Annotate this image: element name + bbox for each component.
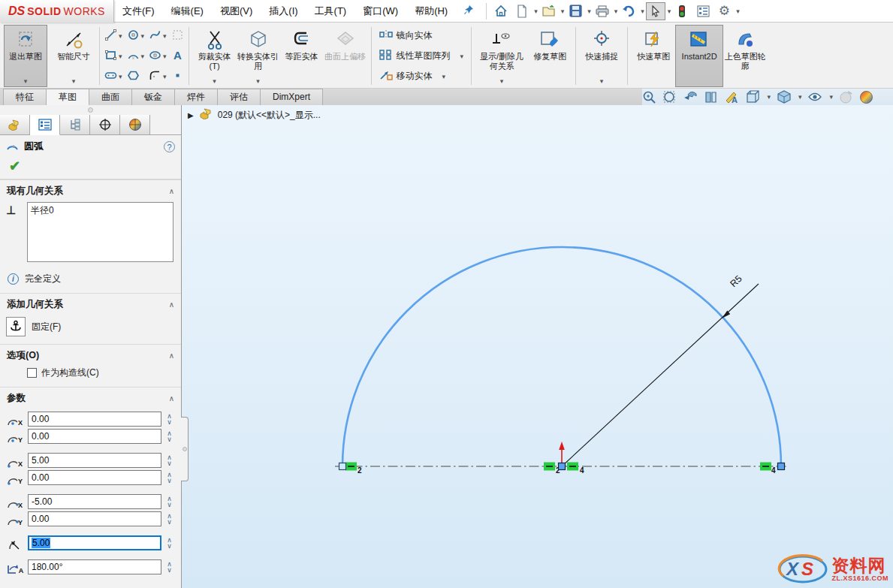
menu-file[interactable]: 文件(F) xyxy=(114,0,163,22)
quick-snaps-caret[interactable]: ▾ xyxy=(600,77,604,86)
arc-right-endpoint-handle[interactable] xyxy=(778,463,785,470)
smart-dimension-button[interactable]: 智能尺寸 ▾ xyxy=(52,25,95,87)
spline-tool-icon[interactable] xyxy=(149,29,161,44)
end-x-spinner[interactable]: ∧∨ xyxy=(164,496,175,508)
fix-relation-button[interactable] xyxy=(6,317,26,336)
view-orientation-icon[interactable] xyxy=(745,90,760,104)
radius-spinner[interactable]: ∧∨ xyxy=(164,537,175,549)
rectangle-tool-caret[interactable]: ▾ xyxy=(119,53,122,60)
slot-tool-caret[interactable]: ▾ xyxy=(119,73,122,80)
save-caret[interactable]: ▾ xyxy=(587,8,591,15)
sketch-arc[interactable] xyxy=(342,247,781,466)
start-y-spinner[interactable]: ∧∨ xyxy=(164,472,175,484)
arc-tool-icon[interactable] xyxy=(127,50,140,62)
arc-center-point-handle[interactable] xyxy=(559,463,566,470)
panel-splitter-handle[interactable] xyxy=(181,417,189,481)
flyout-feature-tree[interactable]: ▶ 029 (默认<<默认>_显示... xyxy=(188,108,321,122)
radius-input[interactable]: 5.00 xyxy=(28,535,161,550)
center-y-input[interactable] xyxy=(28,429,161,444)
start-y-input[interactable] xyxy=(28,470,161,485)
print-caret[interactable]: ▾ xyxy=(614,8,618,15)
line-tool-icon[interactable] xyxy=(104,29,117,44)
add-relations-header[interactable]: 添加几何关系 ∧ xyxy=(0,293,181,314)
tab-weldments[interactable]: 焊件 xyxy=(174,89,218,105)
menu-view[interactable]: 视图(V) xyxy=(212,0,261,22)
options-caret[interactable]: ▾ xyxy=(736,8,740,15)
convert-entities-button[interactable]: 转换实体引用 ▾ xyxy=(237,25,280,87)
offset-entities-button[interactable]: 等距实体 xyxy=(280,25,324,87)
center-x-spinner[interactable]: ∧∨ xyxy=(164,413,175,425)
tab-sketch[interactable]: 草图 xyxy=(46,89,89,105)
existing-relations-header[interactable]: 现有几何关系 ∧ xyxy=(0,179,181,201)
move-entities-caret[interactable]: ▾ xyxy=(442,73,446,80)
apply-scene-icon[interactable] xyxy=(859,90,873,104)
select-caret[interactable]: ▾ xyxy=(668,8,671,15)
parameters-header[interactable]: 参数 ∧ xyxy=(0,387,181,408)
undo-icon[interactable] xyxy=(619,2,638,20)
fillet-tool-icon[interactable] xyxy=(149,69,161,84)
radius-dimension[interactable]: R5 xyxy=(562,273,759,466)
tab-dimxpert[interactable]: DimXpert xyxy=(260,89,323,105)
tab-surfaces[interactable]: 曲面 xyxy=(89,89,132,105)
new-document-caret[interactable]: ▾ xyxy=(534,8,538,15)
rectangle-tool-icon[interactable] xyxy=(104,49,117,64)
appearances-tab[interactable] xyxy=(120,115,150,134)
fillet-tool-caret[interactable]: ▾ xyxy=(163,73,167,80)
options-gear-icon[interactable]: ⚙ xyxy=(714,2,734,20)
spline-tool-caret[interactable]: ▾ xyxy=(163,32,167,40)
end-y-spinner[interactable]: ∧∨ xyxy=(164,513,175,525)
rebuild-icon[interactable] xyxy=(672,2,692,20)
start-x-spinner[interactable]: ∧∨ xyxy=(164,454,175,466)
arc-tool-caret[interactable]: ▾ xyxy=(141,53,145,60)
dimxpert-manager-tab[interactable] xyxy=(90,115,120,134)
home-icon[interactable] xyxy=(491,2,511,20)
ok-button[interactable]: ✔ xyxy=(9,158,20,173)
save-icon[interactable] xyxy=(566,2,585,20)
display-relations-caret[interactable]: ▾ xyxy=(500,77,504,86)
new-document-icon[interactable] xyxy=(512,2,532,20)
end-x-input[interactable] xyxy=(28,494,161,509)
file-properties-icon[interactable] xyxy=(693,2,713,20)
undo-caret[interactable]: ▾ xyxy=(641,8,644,15)
display-style-icon[interactable] xyxy=(777,90,792,104)
tab-sheet-metal[interactable]: 钣金 xyxy=(131,89,175,105)
center-x-input[interactable] xyxy=(28,412,161,427)
angle-spinner[interactable]: ∧∨ xyxy=(164,561,175,573)
construction-checkbox[interactable] xyxy=(27,368,37,378)
menu-help[interactable]: 帮助(H) xyxy=(406,0,456,22)
smart-dimension-caret[interactable]: ▾ xyxy=(72,77,76,86)
tab-evaluate[interactable]: 评估 xyxy=(217,89,261,105)
convert-caret[interactable]: ▾ xyxy=(256,77,260,86)
select-cursor-icon[interactable] xyxy=(646,2,665,20)
hide-show-caret[interactable]: ▾ xyxy=(829,93,833,101)
center-y-spinner[interactable]: ∧∨ xyxy=(164,430,175,442)
point-tool-icon[interactable] xyxy=(171,69,184,84)
menu-edit[interactable]: 编辑(E) xyxy=(163,0,212,22)
display-style-caret[interactable]: ▾ xyxy=(798,93,802,101)
polygon-tool-icon[interactable] xyxy=(127,69,140,84)
end-y-input[interactable] xyxy=(28,511,161,526)
tab-features[interactable]: 特征 xyxy=(3,89,47,105)
graphics-area[interactable]: R5 2 2 4 xyxy=(182,105,893,588)
menu-insert[interactable]: 插入(I) xyxy=(261,0,306,22)
shaded-contours-button[interactable]: 上色草图轮廓 xyxy=(723,25,767,87)
options-header[interactable]: 选项(O) ∧ xyxy=(0,344,181,365)
start-x-input[interactable] xyxy=(28,453,161,468)
trim-caret[interactable]: ▾ xyxy=(213,77,216,86)
circle-tool-caret[interactable]: ▾ xyxy=(141,32,145,40)
ellipse-tool-icon[interactable] xyxy=(149,50,161,63)
move-entities-button[interactable]: 移动实体 ▾ xyxy=(376,69,467,83)
relation-item[interactable]: 半径0 xyxy=(31,204,170,217)
pin-menu-icon[interactable] xyxy=(463,5,474,17)
sketch-visibility-icon[interactable]: A xyxy=(724,90,739,104)
panel-resize-handle[interactable] xyxy=(0,105,181,115)
circle-tool-icon[interactable] xyxy=(127,29,140,44)
ellipse-tool-caret[interactable]: ▾ xyxy=(163,53,167,60)
configurations-tab[interactable] xyxy=(60,115,90,134)
quick-snaps-button[interactable]: 快速捕捉 ▾ xyxy=(580,25,623,87)
line-tool-caret[interactable]: ▾ xyxy=(119,32,122,40)
zoom-fit-icon[interactable] xyxy=(642,90,656,104)
print-icon[interactable] xyxy=(593,2,612,20)
display-delete-relations-button[interactable]: 显示/删除几何关系 ▾ xyxy=(475,25,528,87)
property-manager-tab[interactable] xyxy=(30,115,60,135)
